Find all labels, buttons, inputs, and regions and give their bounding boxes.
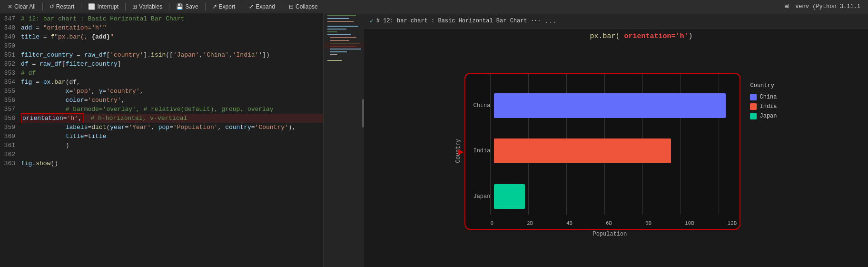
token-op (21, 87, 66, 96)
chart-inner-wrapper: ▶ China (464, 73, 740, 230)
save-button[interactable]: 💾 Save (172, 2, 202, 11)
svg-rect-2 (327, 18, 349, 19)
code-editor[interactable]: 3473483493503513523533543553563573583593… (0, 13, 324, 267)
svg-rect-6 (327, 31, 337, 32)
token-op: , (151, 123, 158, 132)
expand-button[interactable]: ⤢ Expand (245, 2, 279, 11)
chart-title-param: orientation='h' (620, 32, 688, 40)
export-button[interactable]: ↗ Export (208, 2, 239, 11)
token-op: , (140, 87, 144, 96)
token-var: raw_df (84, 50, 107, 59)
code-line-348: add = "orientation='h'" (21, 23, 323, 32)
bar-japan (494, 184, 524, 209)
code-line-358: orientation='h', # h-horizontal, v-verti… (21, 114, 323, 123)
token-var: title (88, 132, 106, 141)
legend-item-china: China (750, 94, 777, 100)
svg-rect-14 (330, 54, 337, 55)
token-op: , (218, 123, 226, 132)
collapse-button[interactable]: ⊟ Collapse (285, 2, 322, 11)
token-op: = (103, 87, 107, 96)
line-number-354: 354 (0, 78, 15, 87)
code-line-347: # 12: bar chart : Basic Horizontal Bar C… (21, 14, 323, 23)
token-op: = (69, 87, 73, 96)
line-number-352: 352 (0, 59, 15, 69)
token-str: 'pop' (73, 87, 91, 96)
output-header: ✓ # 12: bar chart : Basic Horizontal Bar… (364, 13, 868, 29)
token-op: [ (62, 59, 66, 69)
export-label: Export (219, 3, 236, 10)
bar-china (494, 93, 725, 118)
line-number-347: 347 (0, 14, 15, 23)
line-number-359: 359 (0, 123, 15, 132)
token-op: , (229, 50, 233, 59)
code-line-355: x='pop', y='country', (21, 87, 323, 96)
legend-title: Country (750, 82, 777, 89)
token-var: color (66, 96, 84, 105)
token-op: = (169, 123, 173, 132)
export-icon: ↗ (212, 3, 217, 10)
token-op: = (73, 50, 84, 59)
token-var: df (21, 59, 29, 69)
token-fn: bar (54, 78, 65, 87)
interrupt-button[interactable]: ⬜ Interrupt (84, 2, 122, 11)
legend: Country China India Japan (750, 82, 777, 119)
token-op: = (251, 123, 255, 132)
code-line-360: title=title (21, 132, 323, 141)
output-title: # 12: bar chart : Basic Horizontal Bar C… (376, 18, 541, 24)
collapse-label: Collapse (296, 3, 318, 10)
chart-container: Country ▶ China (455, 73, 777, 237)
token-cmt: # barmode='overlay', # relative(default)… (66, 105, 274, 114)
legend-label-india: India (760, 103, 777, 110)
svg-rect-4 (327, 26, 358, 27)
code-line-361: ) (21, 141, 323, 150)
bar-track-japan (494, 184, 730, 209)
token-op: ([ (166, 50, 173, 59)
token-str: 'Japan' (173, 50, 199, 59)
bar-label-india: India (470, 148, 490, 154)
token-var: country (225, 123, 251, 132)
token-op: = (29, 59, 39, 69)
separator-2 (81, 3, 81, 10)
token-str: 'China' (203, 50, 229, 59)
bar-row-china: China (470, 93, 730, 118)
x-tick-10b: 10B (685, 220, 694, 226)
token-op: ) (66, 141, 69, 150)
chart-title-prefix: px.bar( (590, 32, 620, 40)
svg-rect-5 (327, 29, 346, 30)
code-line-349: title = f"px.bar(, {add}" (21, 32, 323, 41)
x-tick-12b: 12B (728, 220, 737, 226)
variables-button[interactable]: ⊞ Variables (128, 2, 166, 11)
variables-icon: ⊞ (132, 3, 137, 10)
x-tick-4b: 4B (566, 220, 572, 226)
x-tick-8b: 8B (645, 220, 651, 226)
line-numbers: 3473483493503513523533543553563573583593… (0, 13, 19, 267)
chart-with-axes: Country ▶ China (455, 73, 740, 230)
token-op (21, 132, 66, 141)
token-var: filter_country (66, 59, 118, 69)
code-line-362 (21, 150, 323, 159)
restart-icon: ↺ (49, 3, 54, 10)
token-str: " (110, 32, 114, 41)
restart-button[interactable]: ↺ Restart (46, 2, 79, 11)
minimap[interactable] (324, 13, 364, 267)
line-number-357: 357 (0, 105, 15, 114)
token-op: , (121, 96, 125, 105)
token-op: = (84, 132, 88, 141)
separator-7 (282, 3, 282, 10)
token-fn: show (36, 159, 50, 168)
x-tick-2b: 2B (527, 220, 533, 226)
token-op: ']) (258, 50, 269, 59)
bar-track-china (494, 93, 730, 118)
code-line-359: labels=dict(year='Year', pop='Population… (21, 123, 323, 132)
separator-5 (205, 3, 206, 10)
line-number-351: 351 (0, 50, 15, 59)
token-var: pop (158, 123, 169, 132)
clear-all-button[interactable]: ✕ Clear All (4, 2, 39, 11)
separator-6 (242, 3, 242, 10)
token-str: 'Year' (128, 123, 151, 132)
bar-row-india: India (470, 138, 730, 163)
svg-rect-16 (324, 42, 364, 49)
code-line-356: color='country', (21, 96, 323, 105)
legend-item-japan: Japan (750, 113, 777, 119)
bar-row-japan: Japan (470, 184, 730, 209)
